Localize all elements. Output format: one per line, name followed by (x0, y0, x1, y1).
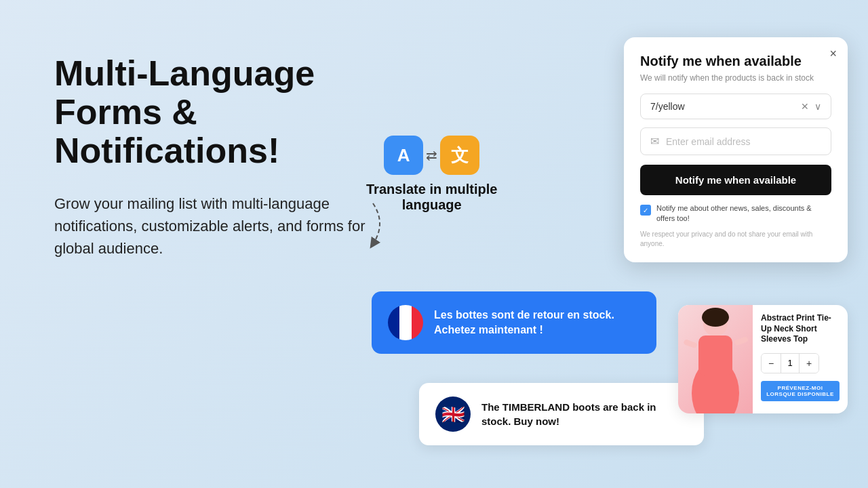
variant-select[interactable]: 7/yellow ✕ ∨ (640, 94, 831, 119)
quantity-value: 1 (781, 354, 800, 373)
main-title: Multi-Language Forms & Notifications! (54, 54, 380, 171)
svg-rect-5 (734, 336, 749, 346)
dashed-arrow-icon (353, 197, 393, 258)
product-name: Abstract Print Tie-Up Neck Short Sleeves… (761, 313, 840, 345)
checkbox-row: ✓ Notify me about other news, sales, dis… (640, 203, 831, 224)
quantity-minus-button[interactable]: − (762, 354, 781, 373)
lang-icon-a: A (384, 136, 423, 175)
quantity-plus-button[interactable]: + (800, 354, 818, 373)
svg-rect-2 (698, 336, 732, 376)
clear-variant-icon[interactable]: ✕ (801, 101, 809, 112)
email-icon: ✉ (650, 135, 659, 148)
svg-rect-4 (683, 339, 698, 348)
privacy-text: We respect your privacy and do not share… (640, 230, 831, 249)
variant-value: 7/yellow (650, 101, 685, 112)
svg-point-3 (702, 308, 729, 327)
email-input[interactable]: Enter email address (666, 136, 751, 147)
en-card-text: The TIMBERLAND boots are back in stock. … (481, 400, 656, 428)
lang-icon-zh: 文 (440, 136, 479, 175)
france-flag-icon (388, 305, 423, 340)
product-image (678, 305, 753, 413)
translate-icons: A ⇄ 文 (384, 136, 479, 175)
email-input-wrapper[interactable]: ✉ Enter email address (640, 127, 831, 155)
chevron-down-icon[interactable]: ∨ (814, 101, 821, 112)
product-info: Abstract Print Tie-Up Neck Short Sleeves… (753, 305, 848, 413)
uk-flag-icon: 🇬🇧 (435, 396, 471, 432)
fr-banner-text: Les bottes sont de retour en stock. Ache… (434, 308, 614, 338)
prevenez-button[interactable]: PRÉVENEZ-MOI LORSQUE DISPONIBLE (761, 381, 840, 401)
product-card: Abstract Print Tie-Up Neck Short Sleeves… (678, 305, 848, 413)
quantity-row: − 1 + (761, 353, 819, 373)
checkbox-icon[interactable]: ✓ (640, 205, 651, 216)
description: Grow your mailing list with multi-langua… (54, 192, 380, 260)
notify-popup: × Notify me when available We will notif… (624, 37, 848, 262)
variant-controls: ✕ ∨ (801, 101, 821, 112)
checkbox-label: Notify me about other news, sales, disco… (656, 203, 831, 224)
fr-banner: Les bottes sont de retour en stock. Ache… (372, 291, 656, 354)
left-section: Multi-Language Forms & Notifications! Gr… (54, 54, 380, 260)
popup-subtitle: We will notify when the products is back… (640, 73, 831, 83)
notify-button[interactable]: Notify me when available (640, 165, 831, 195)
popup-title: Notify me when available (640, 54, 831, 69)
close-button[interactable]: × (829, 47, 837, 61)
en-card: 🇬🇧 The TIMBERLAND boots are back in stoc… (419, 383, 704, 445)
product-image-area: Abstract Print Tie-Up Neck Short Sleeves… (678, 305, 848, 413)
arrows-icon: ⇄ (426, 147, 437, 163)
